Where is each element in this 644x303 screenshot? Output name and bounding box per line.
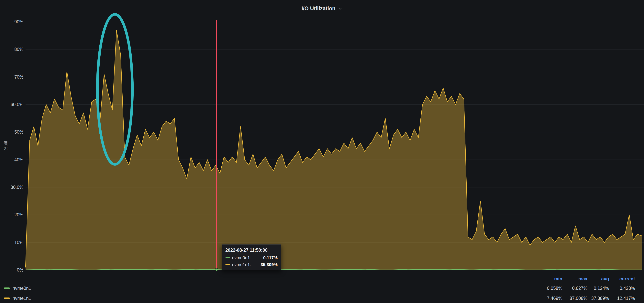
panel-title: I/O Utilization — [302, 6, 336, 12]
legend-header-current[interactable]: current — [609, 276, 635, 282]
legend-row-nvme0n1: nvme0n10.058%0.627%0.124%0.423% — [0, 283, 644, 293]
y-tick-label: 0% — [0, 267, 24, 273]
y-tick-label: 80% — [0, 46, 24, 52]
tooltip-series-name: nvme0n1: — [232, 255, 251, 260]
legend-series-swatch-icon — [4, 298, 10, 299]
tooltip-rows: nvme0n1:0.117%nvme1n1:35.309% — [225, 255, 278, 267]
chart-canvas[interactable] — [0, 0, 644, 303]
legend-value-min: 7.469% — [537, 296, 562, 301]
y-tick-label: 20% — [0, 212, 24, 218]
y-tick-label: 60.0% — [0, 102, 24, 107]
legend-value-max: 0.627% — [562, 286, 588, 291]
legend-series-name: nvme1n1 — [12, 296, 31, 301]
legend-value-max: 87.008% — [562, 296, 588, 301]
tooltip-timestamp: 2022-08-27 11:50:00 — [225, 248, 278, 253]
tooltip-series-value: 0.117% — [263, 255, 278, 260]
legend-series-toggle[interactable]: nvme1n1 — [0, 296, 537, 301]
y-tick-label: 70% — [0, 74, 24, 80]
legend-value-min: 0.058% — [537, 286, 562, 291]
tooltip-row: nvme0n1:0.117% — [225, 255, 278, 260]
legend-header-min[interactable]: min — [537, 276, 562, 282]
y-tick-label: 30.0% — [0, 184, 24, 190]
y-tick-label: 90% — [0, 19, 24, 24]
legend: minmaxavgcurrentnvme0n10.058%0.627%0.124… — [0, 274, 644, 303]
y-axis-ticks: 0%10%20%30.0%40%50%60.0%70%80%90% — [0, 0, 24, 303]
io-utilization-panel: I/O Utilization %util 0%10%20%30.0%40%50… — [0, 0, 644, 303]
tooltip-series-name: nvme1n1: — [232, 262, 251, 267]
tooltip-series-value: 35.309% — [260, 262, 278, 267]
legend-value-avg: 37.389% — [588, 296, 609, 301]
legend-series-toggle[interactable]: nvme0n1 — [0, 286, 537, 291]
legend-header-row: minmaxavgcurrent — [0, 274, 644, 283]
y-tick-label: 40% — [0, 157, 24, 162]
chevron-down-icon — [338, 6, 342, 11]
legend-value-avg: 0.124% — [588, 286, 609, 291]
legend-value-current: 0.423% — [609, 286, 635, 291]
series-area-nvme1n1 — [26, 30, 642, 270]
tooltip-series-swatch-icon — [225, 264, 230, 265]
legend-row-nvme1n1: nvme1n17.469%87.008%37.389%12.417% — [0, 293, 644, 303]
tooltip: 2022-08-27 11:50:00 nvme0n1:0.117%nvme1n… — [222, 244, 281, 270]
y-tick-label: 10% — [0, 240, 24, 245]
hover-point — [215, 268, 218, 271]
legend-series-swatch-icon — [4, 288, 10, 289]
legend-header-avg[interactable]: avg — [588, 276, 609, 282]
panel-title-menu[interactable]: I/O Utilization — [0, 3, 644, 14]
legend-value-current: 12.417% — [609, 296, 635, 301]
tooltip-series-swatch-icon — [225, 258, 230, 258]
legend-header-max[interactable]: max — [562, 276, 588, 282]
tooltip-row: nvme1n1:35.309% — [225, 262, 278, 267]
y-tick-label: 50% — [0, 129, 24, 135]
legend-series-name: nvme0n1 — [12, 286, 31, 291]
